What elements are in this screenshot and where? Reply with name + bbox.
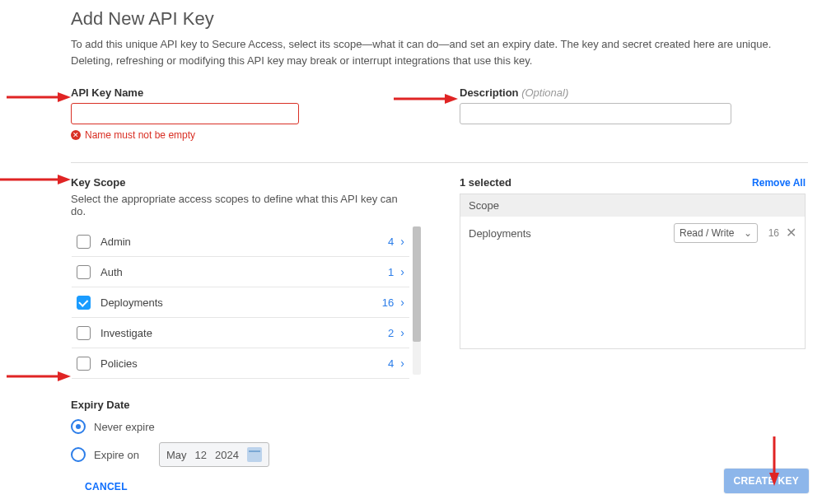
scope-count: 4 bbox=[388, 357, 394, 370]
scope-checkbox[interactable] bbox=[77, 265, 91, 279]
key-scope-title: Key Scope bbox=[71, 176, 410, 189]
remove-icon[interactable]: ✕ bbox=[786, 226, 796, 240]
annotation-arrow bbox=[7, 368, 71, 385]
scope-label: Investigate bbox=[100, 327, 388, 339]
svg-marker-7 bbox=[58, 371, 71, 381]
chevron-right-icon: › bbox=[400, 326, 404, 339]
expiry-title: Expiry Date bbox=[71, 399, 808, 411]
description-label: Description (Optional) bbox=[460, 86, 731, 99]
scope-item-admin[interactable]: Admin4› bbox=[72, 226, 409, 257]
api-key-name-input[interactable] bbox=[71, 103, 299, 124]
cancel-button[interactable]: CANCEL bbox=[85, 481, 128, 492]
page-title: Add New API Key bbox=[71, 8, 808, 30]
key-scope-subtitle: Select the appropriate access scopes to … bbox=[71, 193, 410, 217]
scope-label: Admin bbox=[100, 236, 388, 248]
radio-never-expire-label: Never expire bbox=[94, 421, 155, 433]
scope-checkbox[interactable] bbox=[77, 235, 91, 249]
scope-label: Auth bbox=[100, 266, 388, 278]
selected-column-header: Scope bbox=[460, 194, 805, 217]
permission-dropdown[interactable]: Read / Write⌄ bbox=[674, 223, 758, 243]
api-key-name-label: API Key Name bbox=[71, 86, 293, 99]
page-intro-text: To add this unique API key to Secure Acc… bbox=[71, 36, 808, 68]
description-input[interactable] bbox=[460, 103, 731, 124]
radio-never-expire[interactable] bbox=[71, 419, 86, 434]
annotation-arrow bbox=[7, 89, 71, 105]
svg-marker-1 bbox=[58, 92, 71, 102]
scope-scrollbar[interactable] bbox=[413, 226, 421, 375]
selected-scope-name: Deployments bbox=[469, 227, 667, 240]
chevron-right-icon: › bbox=[400, 235, 404, 248]
selected-count: 16 bbox=[764, 227, 779, 239]
api-key-name-error: Name must not be empty bbox=[85, 129, 195, 141]
scope-count: 1 bbox=[388, 266, 394, 278]
scope-label: Deployments bbox=[100, 296, 382, 309]
scope-item-auth[interactable]: Auth1› bbox=[72, 257, 409, 287]
scope-checkbox[interactable] bbox=[77, 357, 91, 371]
error-icon: ✕ bbox=[71, 130, 81, 140]
scope-item-investigate[interactable]: Investigate2› bbox=[72, 318, 409, 348]
scope-count: 16 bbox=[382, 296, 394, 309]
selected-count-label: 1 selected bbox=[460, 176, 511, 189]
chevron-right-icon: › bbox=[400, 265, 404, 278]
expiry-date-picker[interactable]: May 12 2024 bbox=[159, 442, 269, 467]
radio-expire-on[interactable] bbox=[71, 447, 86, 462]
scope-label: Policies bbox=[100, 357, 388, 370]
scope-item-deployments[interactable]: Deployments16› bbox=[72, 287, 409, 318]
chevron-down-icon: ⌄ bbox=[744, 227, 752, 239]
radio-expire-on-label: Expire on bbox=[94, 449, 139, 461]
chevron-right-icon: › bbox=[400, 296, 404, 309]
scope-count: 4 bbox=[388, 236, 394, 248]
calendar-icon bbox=[247, 447, 262, 462]
remove-all-link[interactable]: Remove All bbox=[752, 177, 806, 189]
scope-checkbox[interactable] bbox=[77, 296, 91, 310]
chevron-right-icon: › bbox=[400, 357, 404, 370]
create-key-button[interactable]: CREATE KEY bbox=[724, 469, 809, 493]
annotation-arrow bbox=[0, 171, 71, 188]
scope-checkbox[interactable] bbox=[77, 326, 91, 340]
svg-marker-5 bbox=[58, 175, 71, 184]
selected-row: DeploymentsRead / Write⌄16✕ bbox=[460, 217, 805, 250]
scope-count: 2 bbox=[388, 327, 394, 339]
scope-item-policies[interactable]: Policies4› bbox=[72, 348, 409, 379]
